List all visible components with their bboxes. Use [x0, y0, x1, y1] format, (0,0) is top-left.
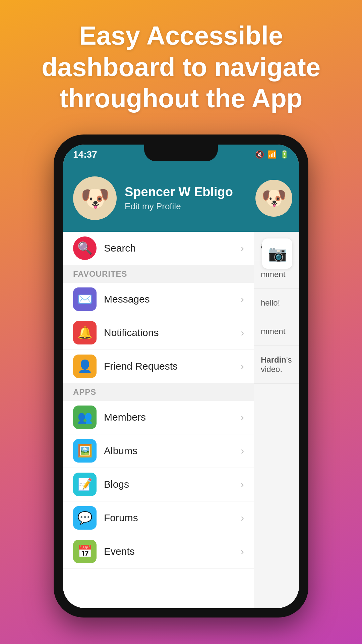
- friend-requests-label: Friend Requests: [104, 361, 241, 372]
- phone-notch: [144, 145, 218, 161]
- friend-requests-chevron-icon: ›: [241, 361, 244, 372]
- profile-name: Spencer W Ebligo: [125, 185, 233, 199]
- page-title: Easy Accessible dashboard to navigate th…: [27, 20, 335, 114]
- phone-screen: 14:37 🔇 📶 🔋 🐶 Spencer W Ebligo Edit my P…: [63, 145, 299, 608]
- events-menu-icon: 📅: [73, 540, 97, 563]
- menu-item-notifications[interactable]: 🔔 Notifications ›: [63, 316, 254, 350]
- search-label: Search: [104, 243, 241, 254]
- favourites-section-header: FAVOURITES: [63, 265, 254, 283]
- menu-item-albums[interactable]: 🖼️ Albums ›: [63, 434, 254, 468]
- avatar-main: 🐶: [73, 176, 117, 220]
- friend-requests-menu-icon: 👤: [73, 355, 97, 378]
- wifi-icon: 📶: [267, 150, 277, 159]
- phone-frame: 14:37 🔇 📶 🔋 🐶 Spencer W Ebligo Edit my P…: [54, 135, 308, 618]
- blogs-chevron-icon: ›: [241, 479, 244, 490]
- blogs-label: Blogs: [104, 479, 241, 490]
- signal-icon: 🔇: [255, 150, 264, 159]
- battery-icon: 🔋: [280, 150, 289, 159]
- albums-label: Albums: [104, 445, 241, 457]
- app-header: 🐶 Spencer W Ebligo Edit my Profile 🐶: [63, 165, 299, 232]
- feed-item-3: hello!: [254, 289, 299, 317]
- profile-area: 🐶 Spencer W Ebligo Edit my Profile: [63, 176, 255, 220]
- edit-profile-link[interactable]: Edit my Profile: [125, 201, 233, 212]
- menu-item-blogs[interactable]: 📝 Blogs ›: [63, 468, 254, 501]
- menu-item-events[interactable]: 📅 Events ›: [63, 535, 254, 569]
- messages-menu-icon: ✉️: [73, 287, 97, 311]
- notifications-chevron-icon: ›: [241, 327, 244, 338]
- forums-chevron-icon: ›: [241, 512, 244, 524]
- albums-chevron-icon: ›: [241, 445, 244, 457]
- menu-item-search[interactable]: 🔍 Search ›: [63, 232, 254, 265]
- members-chevron-icon: ›: [241, 412, 244, 423]
- albums-menu-icon: 🖼️: [73, 439, 97, 463]
- menu-item-forums[interactable]: 💬 Forums ›: [63, 501, 254, 535]
- feed-item-5: Hardin's video.: [254, 346, 299, 384]
- messages-label: Messages: [104, 293, 241, 305]
- menu-item-messages[interactable]: ✉️ Messages ›: [63, 283, 254, 316]
- menu-panel: 🔍 Search › FAVOURITES ✉️ Messages ›: [63, 232, 254, 608]
- camera-button[interactable]: 📷: [262, 238, 292, 269]
- menu-item-friend-requests[interactable]: 👤 Friend Requests ›: [63, 350, 254, 383]
- search-menu-icon: 🔍: [73, 236, 97, 260]
- forums-label: Forums: [104, 512, 241, 524]
- status-icons: 🔇 📶 🔋: [255, 150, 289, 159]
- menu-item-members[interactable]: 👥 Members ›: [63, 401, 254, 434]
- members-menu-icon: 👥: [73, 406, 97, 429]
- header-section: Easy Accessible dashboard to navigate th…: [0, 0, 362, 131]
- notifications-menu-icon: 🔔: [73, 321, 97, 344]
- events-chevron-icon: ›: [241, 546, 244, 557]
- notifications-menu-label: Notifications: [104, 327, 241, 338]
- phone-mockup: 14:37 🔇 📶 🔋 🐶 Spencer W Ebligo Edit my P…: [54, 135, 308, 618]
- forums-menu-icon: 💬: [73, 506, 97, 530]
- blogs-menu-icon: 📝: [73, 473, 97, 496]
- members-label: Members: [104, 412, 241, 423]
- feed-background: ay hello! mment hello! mment Hardin's vi…: [254, 232, 299, 608]
- avatar-secondary: 🐶: [255, 180, 292, 217]
- page-root: Easy Accessible dashboard to navigate th…: [0, 0, 362, 644]
- search-chevron-icon: ›: [241, 243, 244, 254]
- apps-section-header: APPS: [63, 383, 254, 401]
- profile-info: Spencer W Ebligo Edit my Profile: [125, 185, 233, 212]
- events-label: Events: [104, 546, 241, 557]
- messages-chevron-icon: ›: [241, 293, 244, 305]
- feed-item-4: mment: [254, 317, 299, 346]
- status-time: 14:37: [73, 149, 97, 160]
